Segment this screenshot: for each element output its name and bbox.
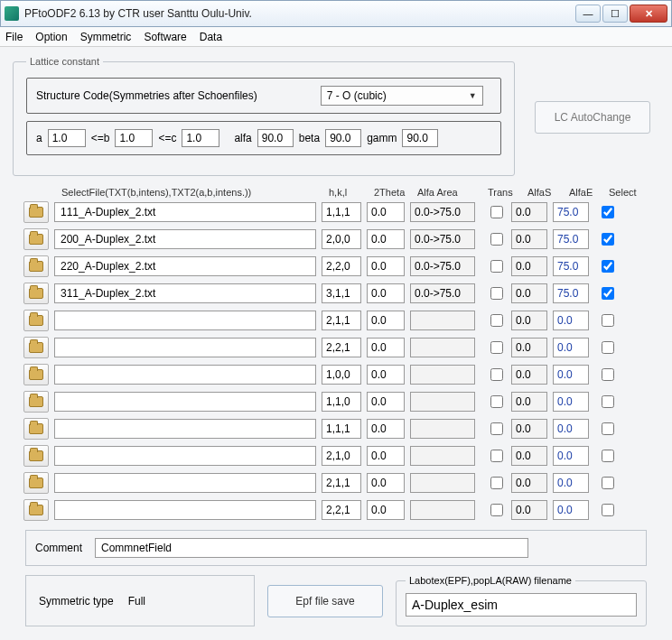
menu-option[interactable]: Option xyxy=(35,31,67,43)
theta-input[interactable] xyxy=(367,446,405,466)
file-input[interactable] xyxy=(54,473,316,493)
select-checkbox[interactable] xyxy=(602,450,614,462)
hkl-input[interactable] xyxy=(322,256,361,276)
alfas-input[interactable] xyxy=(511,202,547,222)
open-file-button[interactable] xyxy=(23,364,49,385)
labotex-input[interactable] xyxy=(406,593,637,617)
file-input[interactable] xyxy=(54,202,316,222)
trans-checkbox[interactable] xyxy=(490,314,503,327)
alfa-area-input[interactable] xyxy=(410,256,475,276)
alfae-input[interactable] xyxy=(553,365,589,385)
alfae-input[interactable] xyxy=(553,202,589,222)
minimize-button[interactable]: — xyxy=(575,5,601,23)
alfa-area-input[interactable] xyxy=(410,446,475,466)
select-checkbox[interactable] xyxy=(602,341,614,354)
open-file-button[interactable] xyxy=(23,418,49,440)
alfas-input[interactable] xyxy=(511,392,547,412)
alfae-input[interactable] xyxy=(553,229,589,249)
alfas-input[interactable] xyxy=(511,419,547,439)
file-input[interactable] xyxy=(54,500,316,520)
alfa-area-input[interactable] xyxy=(410,311,475,330)
select-checkbox[interactable] xyxy=(602,206,614,218)
file-input[interactable] xyxy=(54,365,316,385)
hkl-input[interactable] xyxy=(322,500,361,520)
select-checkbox[interactable] xyxy=(602,287,614,300)
alfa-area-input[interactable] xyxy=(410,338,475,357)
alfae-input[interactable] xyxy=(553,283,589,303)
alfae-input[interactable] xyxy=(553,473,589,493)
select-checkbox[interactable] xyxy=(602,504,614,516)
alfas-input[interactable] xyxy=(511,338,547,357)
a-input[interactable] xyxy=(48,129,86,147)
c-input[interactable] xyxy=(182,129,219,147)
alfa-area-input[interactable] xyxy=(410,500,475,520)
b-input[interactable] xyxy=(115,129,153,147)
file-input[interactable] xyxy=(54,229,316,249)
hkl-input[interactable] xyxy=(322,419,361,439)
open-file-button[interactable] xyxy=(23,337,49,358)
alfas-input[interactable] xyxy=(511,446,547,466)
alfas-input[interactable] xyxy=(511,365,547,385)
structure-select[interactable]: 7 - O (cubic) ▼ xyxy=(321,86,483,106)
theta-input[interactable] xyxy=(367,202,405,222)
alfa-area-input[interactable] xyxy=(410,283,475,303)
theta-input[interactable] xyxy=(367,392,405,412)
file-input[interactable] xyxy=(54,419,316,439)
open-file-button[interactable] xyxy=(23,228,49,250)
alfae-input[interactable] xyxy=(553,392,589,412)
theta-input[interactable] xyxy=(367,473,405,493)
alfa-area-input[interactable] xyxy=(410,365,475,385)
open-file-button[interactable] xyxy=(23,472,49,494)
alfas-input[interactable] xyxy=(511,229,547,249)
file-input[interactable] xyxy=(54,256,316,276)
alfas-input[interactable] xyxy=(511,473,547,493)
open-file-button[interactable] xyxy=(23,255,49,277)
theta-input[interactable] xyxy=(367,419,405,439)
alfas-input[interactable] xyxy=(511,500,547,520)
theta-input[interactable] xyxy=(367,229,405,249)
theta-input[interactable] xyxy=(367,500,405,520)
select-checkbox[interactable] xyxy=(602,477,614,489)
trans-checkbox[interactable] xyxy=(490,206,503,218)
lc-autochange-button[interactable]: LC AutoChange xyxy=(535,101,650,134)
open-file-button[interactable] xyxy=(23,499,49,521)
menu-data[interactable]: Data xyxy=(200,31,222,43)
alfa-area-input[interactable] xyxy=(410,202,475,222)
file-input[interactable] xyxy=(54,311,316,330)
hkl-input[interactable] xyxy=(322,446,361,466)
alfa-area-input[interactable] xyxy=(410,229,475,249)
menu-symmetric[interactable]: Symmetric xyxy=(80,31,132,43)
trans-checkbox[interactable] xyxy=(490,504,503,516)
open-file-button[interactable] xyxy=(23,310,49,331)
alfae-input[interactable] xyxy=(553,338,589,357)
open-file-button[interactable] xyxy=(23,391,49,413)
file-input[interactable] xyxy=(54,338,316,357)
alfae-input[interactable] xyxy=(553,446,589,466)
theta-input[interactable] xyxy=(367,338,405,357)
menu-file[interactable]: File xyxy=(5,31,23,43)
comment-input[interactable] xyxy=(95,538,528,558)
trans-checkbox[interactable] xyxy=(490,368,503,381)
trans-checkbox[interactable] xyxy=(490,233,503,246)
hkl-input[interactable] xyxy=(322,283,361,303)
theta-input[interactable] xyxy=(367,256,405,276)
trans-checkbox[interactable] xyxy=(490,477,503,489)
menu-software[interactable]: Software xyxy=(144,31,186,43)
theta-input[interactable] xyxy=(367,365,405,385)
open-file-button[interactable] xyxy=(23,445,49,467)
select-checkbox[interactable] xyxy=(602,422,614,435)
file-input[interactable] xyxy=(54,446,316,466)
alfas-input[interactable] xyxy=(511,283,547,303)
hkl-input[interactable] xyxy=(322,473,361,493)
close-button[interactable]: ✕ xyxy=(630,5,667,23)
alfae-input[interactable] xyxy=(553,419,589,439)
trans-checkbox[interactable] xyxy=(490,422,503,435)
beta-input[interactable] xyxy=(325,129,361,147)
select-checkbox[interactable] xyxy=(602,395,614,408)
theta-input[interactable] xyxy=(367,311,405,330)
hkl-input[interactable] xyxy=(322,202,361,222)
alfas-input[interactable] xyxy=(511,311,547,330)
maximize-button[interactable]: ☐ xyxy=(602,5,628,23)
open-file-button[interactable] xyxy=(23,283,49,304)
alfa-area-input[interactable] xyxy=(410,473,475,493)
